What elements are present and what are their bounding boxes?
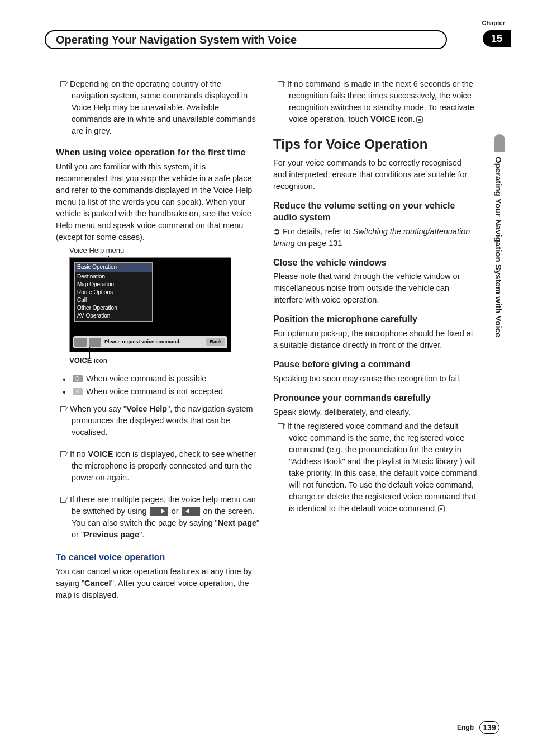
close-heading: Close the vehicle windows: [273, 257, 477, 269]
menu-item: Route Options: [77, 289, 150, 296]
reduce-heading: Reduce the volume setting on your vehicl…: [273, 200, 477, 224]
page-number: 139: [479, 721, 499, 734]
menu-item: Basic Operation: [75, 263, 152, 272]
note-bullet-icon: [278, 81, 284, 87]
prev-page-bold: Previous page: [84, 530, 139, 539]
first-time-body: Until you are familiar with this system,…: [56, 161, 260, 243]
page-header: Chapter 15 Operating Your Navigation Sys…: [0, 0, 533, 62]
mic-heading: Position the microphone carefully: [273, 314, 477, 325]
pronounce-intro: Speak slowly, deliberately, and clearly.: [273, 407, 477, 418]
note-bullet-icon: [278, 423, 284, 429]
list-item: When voice command is not accepted: [72, 386, 260, 398]
menu-box: Basic Operation Destination Map Operatio…: [74, 262, 153, 322]
availability-text: Depending on the operating country of th…: [70, 79, 256, 135]
page-footer: Engb 139: [457, 721, 499, 734]
section-end-icon: [438, 505, 445, 512]
note-bullet-icon: [60, 406, 66, 412]
right-column: If no command is made in the next 6 seco…: [273, 78, 477, 603]
nc-post: icon.: [396, 115, 415, 124]
mic-body: For optimum pick-up, the microphone shou…: [273, 328, 477, 351]
content-columns: Depending on the operating country of th…: [0, 62, 533, 603]
note-bullet-icon: [60, 497, 66, 503]
rr-post: on page 131: [295, 239, 342, 248]
mp-end: ".: [139, 530, 144, 539]
nc-bold: VOICE: [370, 115, 396, 124]
menu-item: AV Operation: [77, 312, 150, 320]
pn-text: If the registered voice command and the …: [287, 422, 477, 513]
voice-not-accepted-icon: [73, 388, 83, 395]
side-tab-cap: [494, 134, 505, 152]
menu-item: Other Operation: [77, 304, 150, 312]
left-column: Depending on the operating country of th…: [56, 78, 260, 603]
note-bullet-icon: [60, 451, 66, 457]
mp-mid1: or: [169, 507, 181, 516]
nvi-bold: VOICE: [88, 450, 113, 459]
first-time-heading: When using voice operation for the first…: [56, 147, 260, 159]
vh-pre: When you say ": [70, 404, 126, 413]
section-end-icon: [416, 116, 423, 123]
pause-heading: Pause before giving a command: [273, 359, 477, 371]
pointer-line-bottom: [89, 347, 90, 359]
voice-label-suffix: icon: [92, 356, 107, 365]
reduce-ref: ➲For details, refer to Switching the mut…: [273, 226, 477, 249]
next-page-bold: Next page: [218, 518, 256, 527]
pause-body: Speaking too soon may cause the recognit…: [273, 373, 477, 385]
note-bullet-icon: [60, 81, 66, 87]
pronounce-note: If the registered voice command and the …: [273, 420, 477, 514]
menu-item: Destination: [77, 273, 150, 281]
voice-icon-caption: VOICE icon: [69, 356, 260, 366]
menu-item: Map Operation: [77, 281, 150, 289]
chapter-number-pill: 15: [483, 30, 511, 47]
voice-icon: [89, 338, 101, 347]
nvi-pre: If no: [70, 450, 88, 459]
tips-intro: For your voice commands to be correctly …: [273, 157, 477, 192]
side-tab: Operating Your Navigation System with Vo…: [494, 134, 506, 403]
rr-pre: For details, refer to: [283, 227, 353, 236]
vh-bold: Voice Help: [126, 404, 167, 413]
voice-help-screenshot: Basic Operation Destination Map Operatio…: [69, 257, 231, 352]
list-item: When voice command is possible: [72, 373, 260, 385]
prev-arrow-icon: [182, 507, 200, 516]
reference-arrow-icon: ➲: [273, 226, 280, 238]
cancel-heading: To cancel voice operation: [56, 551, 260, 564]
side-tab-text: Operating Your Navigation System with Vo…: [494, 157, 503, 337]
home-icon: [74, 338, 87, 347]
status-list: When voice command is possible When voic…: [56, 373, 260, 398]
not-accepted-text: When voice command is not accepted: [84, 387, 223, 396]
cancel-body: You can cancel voice operation features …: [56, 566, 260, 601]
back-button: Back: [206, 338, 225, 346]
next-arrow-icon: [150, 507, 168, 516]
lang-code: Engb: [457, 724, 474, 731]
availability-note: Depending on the operating country of th…: [56, 78, 260, 137]
menu-item: Call: [77, 296, 150, 304]
pronounce-heading: Pronounce your commands carefully: [273, 393, 477, 404]
voice-help-caption: Voice Help menu: [69, 245, 260, 256]
page-title: Operating Your Navigation System with Vo…: [45, 30, 447, 49]
no-voice-icon-note: If no VOICE icon is displayed, check to …: [56, 448, 260, 484]
screenshot-wrapper: Basic Operation Destination Map Operatio…: [56, 257, 260, 352]
cancel-bold: Cancel: [84, 579, 111, 588]
voice-label-bold: VOICE: [69, 356, 92, 365]
screen-message: Please request voice command.: [104, 338, 181, 346]
multiple-pages-note: If there are multiple pages, the voice h…: [56, 494, 260, 541]
chapter-label: Chapter: [482, 20, 505, 26]
possible-text: When voice command is possible: [84, 374, 206, 383]
no-command-note: If no command is made in the next 6 seco…: [273, 78, 477, 125]
tips-heading: Tips for Voice Operation: [273, 136, 477, 153]
voice-help-say: When you say "Voice Help", the navigatio…: [56, 403, 260, 438]
voice-possible-icon: [73, 375, 83, 382]
screen-bottom-bar: Please request voice command. Back: [73, 336, 227, 348]
close-body: Please note that wind through the vehicl…: [273, 271, 477, 306]
